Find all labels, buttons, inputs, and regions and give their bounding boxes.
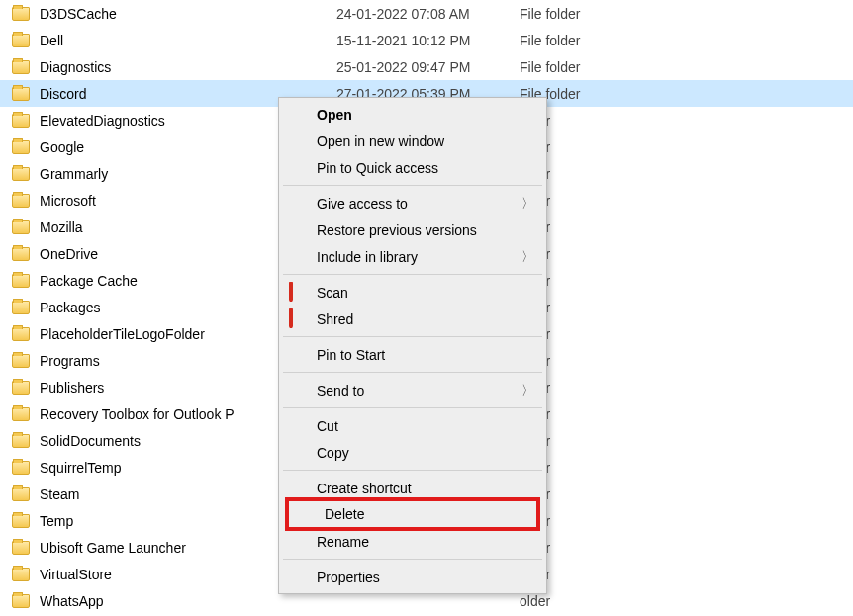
file-name-cell: Diagnostics bbox=[12, 59, 336, 75]
file-name-label: Diagnostics bbox=[40, 59, 111, 75]
ctx-scan[interactable]: Scan bbox=[281, 279, 544, 306]
file-name-cell: Dell bbox=[12, 33, 336, 48]
ctx-open-label: Open bbox=[317, 107, 352, 123]
ctx-shred[interactable]: Shred bbox=[281, 306, 544, 332]
ctx-separator bbox=[283, 407, 542, 408]
file-name-label: Grammarly bbox=[40, 166, 108, 182]
file-date-cell: 15-11-2021 10:12 PM bbox=[336, 33, 520, 48]
context-menu: Open Open in new window Pin to Quick acc… bbox=[278, 97, 547, 594]
ctx-rename[interactable]: Rename bbox=[281, 528, 544, 555]
folder-icon bbox=[12, 60, 30, 74]
ctx-open-new-window-label: Open in new window bbox=[317, 133, 444, 149]
folder-icon bbox=[12, 87, 30, 101]
file-name-label: Google bbox=[40, 139, 84, 155]
file-name-label: ElevatedDiagnostics bbox=[40, 113, 165, 129]
ctx-rename-label: Rename bbox=[317, 534, 369, 550]
folder-icon bbox=[12, 7, 30, 21]
file-type-cell: File folder bbox=[520, 59, 580, 75]
file-name-label: Discord bbox=[40, 86, 86, 102]
folder-icon bbox=[12, 301, 30, 314]
file-name-label: Ubisoft Game Launcher bbox=[40, 540, 186, 556]
shield-icon bbox=[289, 284, 307, 302]
file-row[interactable]: D3DSCache24-01-2022 07:08 AMFile folder bbox=[0, 0, 853, 27]
chevron-right-icon: 〉 bbox=[521, 382, 534, 399]
ctx-separator bbox=[283, 470, 542, 471]
ctx-open[interactable]: Open bbox=[281, 101, 544, 128]
file-row[interactable]: Diagnostics25-01-2022 09:47 PMFile folde… bbox=[0, 53, 853, 80]
folder-icon bbox=[12, 434, 30, 448]
file-name-label: Microsoft bbox=[40, 193, 96, 209]
ctx-pin-quick-access[interactable]: Pin to Quick access bbox=[281, 154, 544, 181]
ctx-give-access-label: Give access to bbox=[317, 196, 408, 212]
ctx-delete[interactable]: Delete bbox=[289, 501, 536, 527]
folder-icon bbox=[12, 220, 30, 234]
file-name-cell: D3DSCache bbox=[12, 6, 336, 22]
ctx-separator bbox=[283, 559, 542, 560]
folder-icon bbox=[12, 354, 30, 368]
file-name-label: Package Cache bbox=[40, 273, 138, 289]
file-name-label: D3DSCache bbox=[40, 6, 117, 22]
ctx-pin-start-label: Pin to Start bbox=[317, 347, 385, 363]
ctx-separator bbox=[283, 336, 542, 337]
ctx-give-access-to[interactable]: Give access to〉 bbox=[281, 190, 544, 217]
ctx-properties-label: Properties bbox=[317, 570, 380, 585]
chevron-right-icon: 〉 bbox=[521, 195, 534, 213]
folder-icon bbox=[12, 274, 30, 288]
file-name-label: OneDrive bbox=[40, 246, 98, 262]
folder-icon bbox=[12, 381, 30, 395]
file-date-cell: 25-01-2022 09:47 PM bbox=[336, 59, 520, 75]
file-name-label: SolidDocuments bbox=[40, 433, 141, 449]
ctx-properties[interactable]: Properties bbox=[281, 564, 544, 590]
file-name-label: Steam bbox=[40, 486, 79, 502]
ctx-cut-label: Cut bbox=[317, 418, 338, 434]
folder-icon bbox=[12, 194, 30, 208]
file-name-label: Mozilla bbox=[40, 220, 83, 235]
folder-icon bbox=[12, 247, 30, 261]
folder-icon bbox=[12, 34, 30, 47]
ctx-create-shortcut-label: Create shortcut bbox=[317, 481, 412, 496]
ctx-include-library[interactable]: Include in library〉 bbox=[281, 243, 544, 270]
delete-highlight: Delete bbox=[285, 497, 540, 531]
file-date-cell: 24-01-2022 07:08 AM bbox=[336, 6, 520, 22]
file-name-label: WhatsApp bbox=[40, 593, 104, 609]
ctx-delete-label: Delete bbox=[325, 506, 364, 522]
file-name-label: Dell bbox=[40, 33, 63, 48]
ctx-copy[interactable]: Copy bbox=[281, 439, 544, 466]
folder-icon bbox=[12, 407, 30, 421]
file-row[interactable]: Dell15-11-2021 10:12 PMFile folder bbox=[0, 27, 853, 53]
ctx-cut[interactable]: Cut bbox=[281, 412, 544, 439]
ctx-scan-label: Scan bbox=[317, 285, 348, 301]
file-name-label: Programs bbox=[40, 353, 100, 369]
ctx-separator bbox=[283, 274, 542, 275]
file-name-label: Temp bbox=[40, 513, 73, 529]
ctx-copy-label: Copy bbox=[317, 445, 349, 461]
folder-icon bbox=[12, 140, 30, 154]
folder-icon bbox=[12, 541, 30, 555]
ctx-separator bbox=[283, 372, 542, 373]
shield-icon bbox=[289, 310, 307, 328]
file-name-label: Recovery Toolbox for Outlook P bbox=[40, 406, 235, 422]
ctx-shred-label: Shred bbox=[317, 311, 353, 327]
folder-icon bbox=[12, 461, 30, 475]
folder-icon bbox=[12, 487, 30, 501]
file-type-cell: older bbox=[520, 593, 550, 609]
folder-icon bbox=[12, 327, 30, 341]
ctx-open-new-window[interactable]: Open in new window bbox=[281, 128, 544, 154]
ctx-restore-label: Restore previous versions bbox=[317, 222, 477, 238]
ctx-send-to-label: Send to bbox=[317, 383, 364, 398]
folder-icon bbox=[12, 114, 30, 128]
file-name-label: Packages bbox=[40, 300, 100, 315]
ctx-separator bbox=[283, 185, 542, 186]
ctx-restore-previous[interactable]: Restore previous versions bbox=[281, 217, 544, 243]
folder-icon bbox=[12, 514, 30, 528]
folder-icon bbox=[12, 167, 30, 181]
ctx-pin-start[interactable]: Pin to Start bbox=[281, 341, 544, 368]
file-type-cell: File folder bbox=[520, 6, 580, 22]
file-name-label: Publishers bbox=[40, 380, 104, 396]
ctx-pin-quick-label: Pin to Quick access bbox=[317, 160, 438, 176]
ctx-send-to[interactable]: Send to〉 bbox=[281, 377, 544, 403]
folder-icon bbox=[12, 594, 30, 608]
file-type-cell: File folder bbox=[520, 33, 580, 48]
folder-icon bbox=[12, 568, 30, 581]
chevron-right-icon: 〉 bbox=[521, 248, 534, 266]
